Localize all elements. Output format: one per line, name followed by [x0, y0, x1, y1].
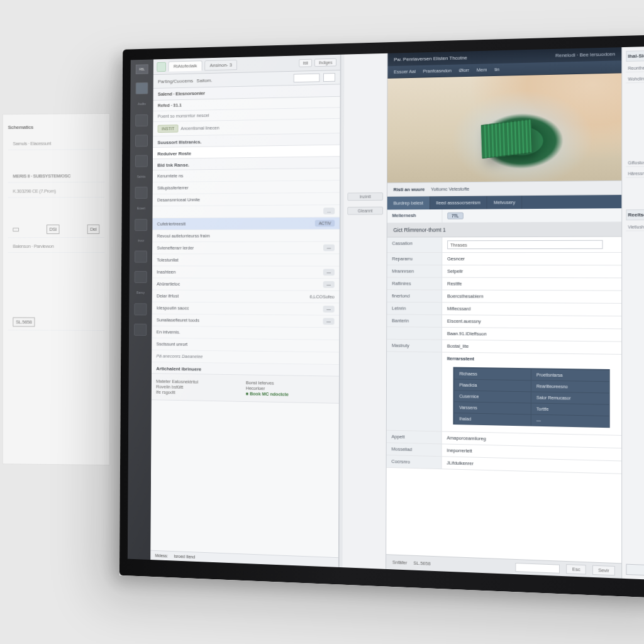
module-icon[interactable]	[157, 62, 166, 72]
list-item-pill: —	[323, 245, 335, 252]
secondbar-item[interactable]: tin	[494, 67, 499, 72]
rail-button[interactable]	[135, 187, 148, 199]
tab-primary[interactable]: RiAtofedaik	[169, 60, 203, 72]
backpanel-line: Samuls · Elacessunt	[8, 137, 105, 150]
tab-secondary[interactable]: Ansinon- 3	[204, 60, 237, 71]
secondbar-item[interactable]: Essoer Aal	[394, 69, 416, 75]
detail-key	[387, 327, 442, 340]
rail-button[interactable]	[136, 82, 148, 94]
hero-image	[387, 73, 621, 183]
detail-value: Setpellr	[442, 265, 621, 278]
rail-button[interactable]	[135, 114, 148, 126]
rail-label: Audits	[138, 103, 146, 106]
list-item[interactable]: Silluplssferterrer	[153, 180, 340, 194]
hero-meta: Risti an wuure Yottomc Vetestofte	[387, 181, 621, 197]
list-item[interactable]: Svlenefterarr lerder—	[152, 242, 340, 255]
toolbar-label: Parting/Cuocems	[158, 78, 193, 84]
list-scroller[interactable]: Kerurntete nsSilluplssferterrerDesansnrr…	[150, 169, 340, 558]
detail-tab[interactable]: Ileed assssocrsenism	[430, 196, 487, 209]
secondbar-item[interactable]: Pranfcasndon	[423, 68, 452, 74]
backpanel-del-button[interactable]: Del	[87, 225, 99, 234]
subblock-cell: Salor Remucasor	[531, 391, 609, 404]
backpanel-caption: Balenson · Parviewon	[8, 240, 105, 253]
list-item-name: Sunaliasefleuret toods	[157, 317, 199, 323]
status-bar: Snfäfer SL.5658 Esc Sevir	[386, 554, 621, 579]
subblock-cell: Rearliteoreesno	[531, 380, 609, 392]
list-item[interactable]: Deiar ifrfost6,LCOSofeo	[152, 290, 340, 303]
rail-button[interactable]	[135, 271, 147, 283]
list-item[interactable]: Idespoutin saocc—	[152, 303, 340, 316]
rail-label: Banvy	[136, 291, 145, 294]
side-card-header: Reeltse Ienuest	[626, 209, 644, 220]
status-label: Snfäfer	[392, 559, 408, 565]
side-card-line: Giflostost v	[626, 158, 644, 167]
detail-input[interactable]	[447, 240, 602, 249]
detail-key: Letnrin	[387, 303, 442, 314]
detail-tab[interactable]: Metvusery	[487, 196, 522, 209]
detail-row: CocrsnroJLifdulkenrer	[387, 455, 622, 474]
list-item-name: Ssctssunt unrort	[157, 341, 188, 347]
list-item-value: —	[323, 282, 335, 287]
detail-key: Mastruty	[387, 340, 442, 352]
detail-badge: 7TL	[447, 213, 463, 219]
status-label: SL.5658	[413, 560, 430, 567]
list-item[interactable]: Tolestunllat	[152, 254, 340, 267]
mid-chip[interactable]: Gleannt	[347, 207, 383, 215]
rail-button[interactable]	[135, 135, 148, 147]
detail-scroll[interactable]: Cassation RepararruGesncerMrannrsenSetpe…	[386, 237, 621, 564]
list-item[interactable]: Abürartietoc—	[152, 278, 340, 291]
list-item[interactable]: Revoul autletorrieurss fraim	[152, 230, 340, 242]
list-item-name: Revoul autletorrieurss fraim	[157, 233, 210, 239]
tab-mini-button[interactable]: Itill	[299, 59, 312, 67]
list-item[interactable]: …	[152, 205, 339, 218]
list-item[interactable]: CufetriertreesttACTIV	[152, 218, 340, 231]
secondbar-item[interactable]: Mem	[477, 67, 487, 72]
detail-tab[interactable]: Burdrep belest	[387, 196, 430, 209]
detail-value: Bostal_Iite	[442, 340, 621, 354]
detail-key: Cassation	[387, 237, 443, 252]
side-card-button[interactable]: Eledonn	[626, 564, 644, 578]
status-field[interactable]	[516, 562, 560, 573]
detail-key: Banterin	[387, 314, 442, 326]
status-tag: INSTIT	[158, 125, 179, 133]
status-button[interactable]: Sevir	[592, 565, 615, 576]
rail-button[interactable]	[135, 155, 148, 167]
subblock-cell: Torttfe	[531, 402, 609, 416]
rail-button[interactable]	[135, 219, 147, 231]
detail-block-title: Iterrarsstent	[447, 356, 616, 366]
list-header-text: Salend · Elesnorsonier	[158, 91, 205, 97]
toolbar-small-button[interactable]	[323, 73, 335, 82]
list-item-value: —	[323, 270, 335, 275]
detail-key: Mrannrsen	[387, 265, 443, 277]
backpanel-mini-button[interactable]	[13, 228, 19, 231]
info-grid: Mateter Eatosnektritol Rovelin bsfültt I…	[152, 374, 339, 404]
subblock-cell: Plaadicia	[453, 379, 530, 391]
list-item-value: —	[323, 245, 335, 251]
detail-key	[387, 352, 442, 431]
app-logo[interactable]: RBL	[136, 64, 148, 74]
detail-value: Miflecssard	[442, 303, 621, 316]
monitor-bezel: RBL Audits Salnks Ecsert Invor Banvy	[119, 33, 644, 600]
toolbar-small-field[interactable]	[294, 74, 320, 83]
secondbar-item[interactable]: Ølorr	[459, 67, 469, 73]
list-item[interactable]: Inashteen—	[152, 266, 340, 279]
list-item[interactable]: Desansnrriceat Unnite	[153, 193, 340, 206]
status-button[interactable]: Esc	[567, 564, 586, 574]
detail-row: Meliernesh 7TL	[387, 208, 621, 223]
list-item-name: Tolestunllat	[157, 257, 178, 263]
title-crumbs: Renelodi · Bee lersuodcen	[555, 51, 615, 58]
detail-value: Eiscent.auessny	[442, 315, 621, 328]
rail-button[interactable]	[134, 323, 147, 335]
backpanel-heading: Schematics	[8, 121, 105, 135]
detail-key: Repararru	[387, 253, 443, 265]
backpanel-dsi-button[interactable]: DSI	[47, 225, 60, 234]
app-screen: RBL Audits Salnks Ecsert Invor Banvy	[128, 45, 644, 582]
mid-panel: Inzintt Gleannt	[343, 53, 388, 569]
side-card-line: Wohclinvmsand	[626, 74, 644, 84]
side-card-line: Häressno	[626, 169, 644, 177]
rail-button[interactable]	[134, 303, 147, 315]
mid-chip[interactable]: Inzintt	[347, 192, 383, 201]
rail-button[interactable]	[135, 251, 147, 263]
tab-mini-button[interactable]: Ihdiges	[314, 58, 336, 67]
side-card-line: Reonthe	[626, 63, 644, 72]
